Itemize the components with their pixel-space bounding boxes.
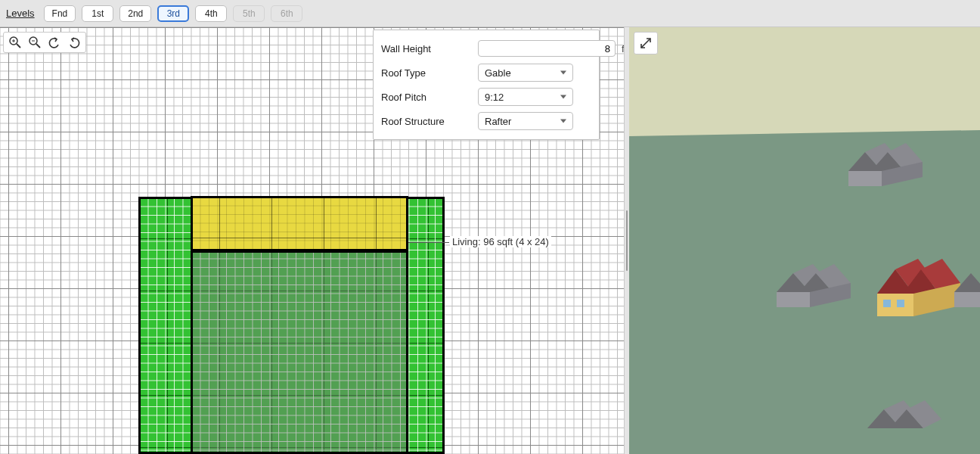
svg-rect-26: [897, 300, 904, 307]
level-6th-button: 6th: [271, 5, 302, 22]
level-3rd-button[interactable]: 3rd: [157, 5, 189, 22]
preview-mini-toolbar: [634, 32, 658, 54]
prop-row-roof-type: Roof Type Gable: [381, 61, 591, 85]
svg-marker-28: [954, 292, 980, 307]
level-fnd-button[interactable]: Fnd: [44, 5, 76, 22]
splitter-handle[interactable]: [626, 210, 628, 271]
properties-panel: Wall Height ft Roof Type Gable Roof Pitc…: [373, 30, 600, 140]
level-4th-button[interactable]: 4th: [195, 5, 227, 22]
preview-house-selected[interactable]: [864, 247, 954, 315]
roof-type-select[interactable]: Gable: [478, 64, 573, 82]
roof-type-value: Gable: [485, 67, 511, 79]
svg-marker-27: [954, 273, 980, 292]
preview-house-mid-left: [761, 247, 852, 315]
levels-label: Levels: [6, 8, 38, 19]
prop-row-roof-struct: Roof Structure Rafter: [381, 109, 591, 133]
undo-icon: [48, 36, 61, 49]
level-5th-button: 5th: [233, 5, 265, 22]
orbit-tool-button[interactable]: [637, 35, 655, 51]
roof-struct-label: Roof Structure: [381, 116, 472, 127]
undo-button[interactable]: [45, 34, 64, 51]
svg-marker-23: [877, 294, 913, 316]
preview-pane[interactable]: [629, 27, 980, 454]
zoom-out-button[interactable]: [25, 34, 45, 51]
svg-rect-25: [883, 300, 891, 307]
wall-height-input[interactable]: [478, 40, 616, 57]
zoom-out-icon: [28, 36, 42, 49]
preview-house-mid-right: [954, 247, 980, 315]
levels-toolbar: Levels Fnd 1st 2nd 3rd 4th 5th 6th: [0, 0, 980, 27]
roof-struct-select[interactable]: Rafter: [478, 112, 573, 130]
level-2nd-button[interactable]: 2nd: [119, 5, 151, 22]
floor-selected-area[interactable]: [191, 196, 408, 251]
preview-house-front: [852, 383, 943, 451]
svg-line-5: [36, 44, 40, 48]
svg-marker-11: [848, 171, 882, 186]
workspace: Living: 96 sqft (4 x 24): [0, 27, 980, 454]
preview-house-back-right: [833, 126, 924, 194]
svg-line-1: [17, 44, 20, 48]
zoom-in-button[interactable]: [5, 34, 25, 51]
floor-lower-level: [191, 250, 408, 454]
plan-mini-toolbar: [3, 32, 86, 53]
prop-row-wall-height: Wall Height ft: [381, 36, 591, 61]
redo-icon: [67, 36, 81, 49]
prop-row-roof-pitch: Roof Pitch 9:12: [381, 85, 591, 109]
wall-height-label: Wall Height: [381, 43, 472, 54]
svg-marker-17: [777, 292, 810, 307]
selection-label: Living: 96 sqft (4 x 24): [450, 236, 551, 247]
selection-leader-line: [408, 242, 449, 243]
orbit-icon: [639, 36, 653, 50]
level-1st-button[interactable]: 1st: [82, 5, 113, 22]
redo-button[interactable]: [64, 34, 84, 51]
roof-pitch-select[interactable]: 9:12: [478, 88, 573, 106]
roof-type-label: Roof Type: [381, 67, 472, 79]
floorplan-pane[interactable]: Living: 96 sqft (4 x 24): [0, 27, 625, 454]
zoom-in-icon: [8, 36, 22, 49]
roof-struct-value: Rafter: [485, 116, 511, 127]
roof-pitch-label: Roof Pitch: [381, 92, 472, 103]
roof-pitch-value: 9:12: [485, 92, 504, 103]
